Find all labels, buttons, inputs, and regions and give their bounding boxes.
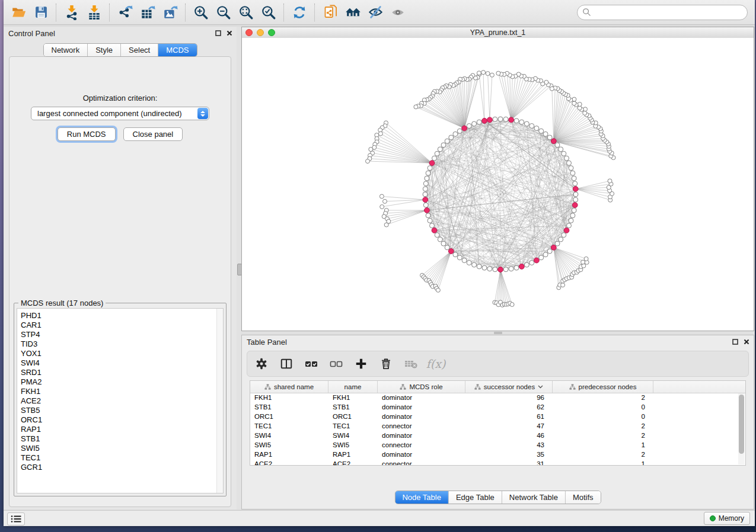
import-network-button[interactable] [60, 2, 83, 23]
delete-table-button[interactable] [403, 355, 419, 372]
network-canvas[interactable] [242, 38, 754, 331]
horizontal-splitter-handle[interactable] [494, 332, 502, 334]
tab-node-table[interactable]: Node Table [395, 491, 449, 504]
tree-icon [264, 384, 271, 390]
save-session-button[interactable] [30, 2, 52, 23]
table-scrollbar[interactable] [738, 393, 745, 464]
column-header-name[interactable]: name [328, 381, 378, 393]
table-row[interactable]: FKH1FKH1dominator962 [250, 393, 745, 402]
mcds-result-item[interactable]: PHD1 [21, 311, 223, 321]
control-panel-title: Control Panel [8, 29, 55, 38]
column-header-predecessor-nodes[interactable]: predecessor nodes [553, 381, 653, 393]
table-row[interactable]: ACE2ACE2connector311 [250, 459, 745, 466]
columns-icon [280, 357, 293, 370]
network-graph[interactable] [242, 38, 754, 331]
memory-button[interactable]: Memory [704, 512, 750, 525]
mcds-result-item[interactable]: PMA2 [21, 377, 223, 387]
tab-motifs[interactable]: Motifs [566, 491, 601, 504]
close-table-panel-button[interactable] [743, 338, 750, 345]
table-row[interactable]: STB1STB1dominator620 [250, 402, 745, 412]
table-cell: connector [378, 441, 465, 448]
mcds-result-item[interactable]: SWI4 [21, 358, 223, 368]
mcds-result-item[interactable]: TEC1 [21, 453, 223, 463]
mcds-result-list[interactable]: PHD1CAR1STP4TID3YOX1SWI4SRD1PMA2FKH1ACE2… [17, 308, 224, 493]
mcds-result-item[interactable]: CAR1 [21, 321, 223, 330]
toolbar-separator [109, 4, 110, 21]
mcds-result-item[interactable]: SRD1 [21, 368, 223, 377]
home-button[interactable] [342, 2, 364, 23]
zoom-out-button[interactable] [212, 2, 235, 23]
mcds-result-item[interactable]: FKH1 [21, 387, 223, 396]
zoom-selected-button[interactable] [257, 2, 280, 23]
deselect-all-button[interactable] [328, 355, 344, 372]
status-bar: Memory [4, 510, 755, 526]
float-table-panel-button[interactable] [732, 338, 739, 345]
close-panel-button-mcds[interactable]: Close panel [123, 127, 183, 141]
checked-boxes-icon [304, 357, 318, 371]
export-network-button[interactable] [114, 2, 136, 23]
mcds-result-item[interactable]: GCR1 [21, 463, 223, 472]
mcds-list-scrollbar[interactable] [216, 309, 223, 493]
column-header-mcds-role[interactable]: MCDS role [378, 381, 465, 393]
table-cell: dominator [378, 451, 465, 458]
mcds-result-item[interactable]: STB1 [21, 434, 223, 444]
function-builder-button[interactable]: f(x) [428, 355, 444, 372]
add-column-button[interactable] [353, 355, 369, 372]
table-cell: SWI5 [250, 441, 328, 448]
refresh-button[interactable] [288, 2, 311, 23]
share-document-button[interactable] [319, 2, 342, 23]
zoom-in-icon [193, 5, 209, 20]
import-table-icon [87, 5, 102, 20]
table-cell: ORC1 [250, 413, 328, 420]
table-cell: 1 [553, 460, 653, 466]
open-session-button[interactable] [7, 2, 30, 23]
main-toolbar [4, 0, 755, 25]
run-mcds-button[interactable]: Run MCDS [58, 127, 116, 141]
delete-column-button[interactable] [378, 355, 394, 372]
table-row[interactable]: ORC1ORC1dominator610 [250, 412, 745, 421]
table-row[interactable]: RAP1RAP1dominator352 [250, 450, 745, 459]
column-layout-button[interactable] [278, 355, 295, 372]
zoom-in-button[interactable] [190, 2, 212, 23]
optimization-criterion-dropdown[interactable]: largest connected component (undirected) [31, 107, 209, 120]
table-row[interactable]: SWI5SWI5connector431 [250, 440, 745, 450]
table-row[interactable]: TEC1TEC1connector472 [250, 421, 745, 431]
float-panel-button[interactable] [215, 30, 222, 37]
import-table-button[interactable] [83, 2, 106, 23]
mcds-result-item[interactable]: STB5 [21, 406, 223, 415]
mcds-result-item[interactable]: RAP1 [21, 425, 223, 434]
column-header-shared-name[interactable]: shared name [250, 381, 328, 393]
column-header-successor-nodes[interactable]: successor nodes [465, 381, 553, 393]
list-icon [11, 515, 21, 523]
fx-icon: f(x) [426, 357, 446, 370]
table-cell: 2 [553, 451, 653, 458]
tab-mcds[interactable]: MCDS [158, 44, 196, 56]
mcds-result-item[interactable]: ORC1 [21, 415, 223, 425]
show-eye-button[interactable] [387, 2, 409, 23]
export-image-button[interactable] [159, 2, 181, 23]
mcds-result-item[interactable]: TID3 [21, 339, 223, 349]
tab-network[interactable]: Network [43, 44, 88, 56]
table-settings-button[interactable] [253, 355, 270, 372]
search-input[interactable] [594, 7, 747, 17]
fit-content-button[interactable] [235, 2, 257, 23]
mcds-result-item[interactable]: STP4 [21, 330, 223, 339]
mcds-result-item[interactable]: SWI5 [21, 444, 223, 453]
toolbar-separator [56, 4, 57, 21]
table-scrollbar-thumb[interactable] [739, 395, 744, 454]
tab-edge-table[interactable]: Edge Table [449, 491, 502, 504]
table-row[interactable]: SWI4SWI4dominator462 [250, 431, 745, 440]
hide-eye-button[interactable] [364, 2, 387, 23]
table-cell: connector [378, 422, 465, 430]
select-all-button[interactable] [303, 355, 320, 372]
export-table-button[interactable] [136, 2, 159, 23]
tab-style[interactable]: Style [88, 44, 121, 56]
close-panel-button[interactable] [226, 30, 233, 37]
table-cell: SWI4 [250, 432, 328, 439]
mcds-result-item[interactable]: ACE2 [21, 396, 223, 406]
mcds-result-item[interactable]: YOX1 [21, 349, 223, 358]
tab-network-table[interactable]: Network Table [502, 491, 566, 504]
table-cell: 46 [465, 432, 553, 439]
tab-select[interactable]: Select [121, 44, 158, 56]
log-console-button[interactable] [7, 512, 25, 525]
